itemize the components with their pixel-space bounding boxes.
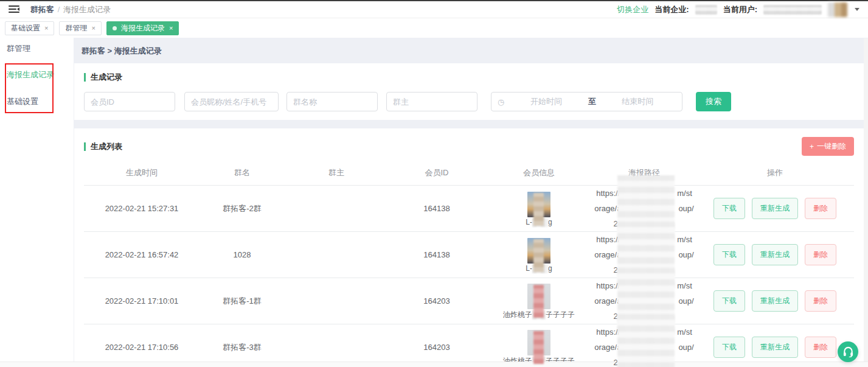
search-section-card: 生成记录 ◷ 开始时间 至 结束时间 搜索 (74, 63, 864, 120)
menu-fold-icon[interactable] (9, 5, 19, 13)
col-header-time: 生成时间 (84, 167, 200, 178)
group-name-input[interactable] (286, 92, 378, 111)
cell-member-info: 油炸桃子 子子子子 (485, 326, 592, 367)
clock-icon: ◷ (498, 98, 504, 106)
current-company-label: 当前企业: (654, 4, 689, 15)
search-section-title: 生成记录 (84, 72, 854, 83)
current-company-value-redacted (695, 5, 717, 15)
records-table: 生成时间 群名 群主 会员ID 会员信息 海报路径 操作 2022-02-21 … (84, 161, 854, 367)
col-header-member-info: 会员信息 (485, 167, 592, 178)
member-name-input[interactable] (184, 92, 279, 111)
user-avatar[interactable] (828, 2, 847, 17)
plus-icon: + (810, 142, 814, 151)
section-accent-bar (84, 73, 86, 82)
bulk-delete-label: 一键删除 (817, 141, 846, 152)
group-owner-input[interactable] (386, 92, 477, 111)
sidebar-item-group-manage[interactable]: 群管理 (0, 43, 74, 55)
current-user-label: 当前用户: (723, 4, 757, 15)
tab-2[interactable]: 海报生成记录× (106, 21, 179, 35)
date-range-separator: 至 (588, 96, 596, 107)
regenerate-button[interactable]: 重新生成 (752, 337, 798, 358)
member-avatar (527, 330, 550, 355)
member-name-visible-end: 子子子子 (546, 310, 575, 320)
list-section-title: 生成列表 (84, 141, 122, 152)
cell-member-id: 164138 (388, 250, 485, 259)
col-header-member-id: 会员ID (388, 167, 485, 178)
avatar-blur-patch (533, 239, 544, 272)
delete-button[interactable]: 删除 (805, 337, 836, 358)
cell-member-info: 油炸桃子 子子子子 (485, 280, 592, 323)
start-time-placeholder[interactable]: 开始时间 (508, 96, 584, 107)
member-name-visible-start: L- (526, 264, 532, 273)
download-button[interactable]: 下载 (713, 244, 745, 265)
topbar-right: 切换企业 当前企业: 当前用户: (617, 2, 859, 17)
col-header-owner: 群主 (285, 167, 388, 178)
regenerate-button[interactable]: 重新生成 (752, 198, 798, 219)
open-tabs-bar: 基础设置×群管理×海报生成记录× (0, 18, 868, 38)
delete-button[interactable]: 删除 (805, 198, 836, 219)
cell-generate-time: 2022-02-21 15:27:31 (84, 204, 200, 213)
customer-service-button[interactable] (838, 341, 858, 362)
table-header-row: 生成时间 群名 群主 会员ID 会员信息 海报路径 操作 (84, 161, 854, 186)
vertical-scrollbar[interactable] (864, 38, 868, 362)
cell-actions: 下载 重新生成 删除 (696, 198, 854, 219)
tab-0[interactable]: 基础设置× (5, 21, 54, 35)
member-name-visible-end: g (548, 218, 552, 226)
cell-actions: 下载 重新生成 删除 (696, 290, 854, 312)
tab-1[interactable]: 群管理× (59, 21, 101, 35)
search-button[interactable]: 搜索 (696, 92, 731, 111)
col-header-actions: 操作 (696, 167, 854, 178)
table-row: 2022-02-21 15:27:31 群拓客-2群 164138 L- g h… (84, 186, 854, 232)
cell-member-id: 164203 (388, 296, 485, 306)
search-section-title-text: 生成记录 (91, 72, 122, 83)
tab-label: 基础设置 (11, 23, 40, 33)
member-name-visible-end: g (548, 264, 552, 273)
breadcrumb-current: 海报生成记录 (63, 5, 111, 14)
cell-member-info: L- g (485, 188, 592, 229)
download-button[interactable]: 下载 (713, 290, 745, 312)
breadcrumb: 群拓客 / 海报生成记录 (30, 4, 111, 15)
main-content: 群拓客 > 海报生成记录 生成记录 ◷ 开始时间 至 结束时间 搜索 (74, 38, 868, 367)
cell-group-name: 1028 (200, 250, 285, 259)
table-row: 2022-02-21 17:10:56 群拓客-3群 164203 油炸桃子 子… (84, 324, 854, 367)
cell-group-name: 群拓客-3群 (200, 342, 285, 353)
user-menu-caret-icon[interactable] (855, 8, 859, 11)
avatar-blur-patch (533, 193, 544, 226)
breadcrumb-root[interactable]: 群拓客 (30, 5, 54, 14)
regenerate-button[interactable]: 重新生成 (752, 244, 798, 265)
download-button[interactable]: 下载 (713, 337, 745, 358)
tab-close-icon[interactable]: × (44, 24, 48, 32)
bulk-delete-button[interactable]: + 一键删除 (802, 137, 854, 156)
end-time-placeholder[interactable]: 结束时间 (600, 96, 676, 107)
cell-generate-time: 2022-02-21 17:10:56 (84, 343, 200, 352)
cell-poster-path: https://m/st orage/aoup/ 2 (592, 324, 696, 367)
top-header-bar: 群拓客 / 海报生成记录 切换企业 当前企业: 当前用户: (0, 0, 868, 18)
date-range-picker[interactable]: ◷ 开始时间 至 结束时间 (491, 92, 682, 111)
tab-close-icon[interactable]: × (91, 24, 95, 32)
active-tab-dot-icon (113, 26, 117, 30)
page-breadcrumb: 群拓客 > 海报生成记录 (74, 38, 864, 63)
section-accent-bar (84, 142, 86, 151)
cell-member-id: 164203 (388, 343, 485, 352)
tab-close-icon[interactable]: × (169, 24, 173, 32)
current-user-value-redacted (763, 5, 822, 15)
cell-group-name: 群拓客-1群 (200, 296, 285, 307)
delete-button[interactable]: 删除 (805, 290, 836, 312)
switch-company-link[interactable]: 切换企业 (617, 4, 648, 15)
cell-actions: 下载 重新生成 删除 (696, 337, 854, 358)
member-avatar (527, 284, 550, 309)
cell-generate-time: 2022-02-21 17:10:01 (84, 296, 200, 306)
regenerate-button[interactable]: 重新生成 (752, 290, 798, 312)
search-filter-row: ◷ 开始时间 至 结束时间 搜索 (84, 92, 854, 111)
cell-actions: 下载 重新生成 删除 (696, 244, 854, 265)
sidebar-item-basic-settings[interactable]: 基础设置 (0, 96, 74, 108)
download-button[interactable]: 下载 (713, 198, 745, 219)
sidebar-item-poster-records[interactable]: 海报生成记录 (0, 69, 74, 81)
delete-button[interactable]: 删除 (805, 244, 836, 265)
member-id-input[interactable] (84, 92, 175, 111)
horizontal-scrollbar[interactable] (0, 362, 868, 367)
member-avatar (527, 192, 550, 217)
tab-label: 群管理 (65, 23, 87, 33)
list-section-title-text: 生成列表 (91, 141, 122, 152)
tab-label: 海报生成记录 (121, 23, 165, 33)
